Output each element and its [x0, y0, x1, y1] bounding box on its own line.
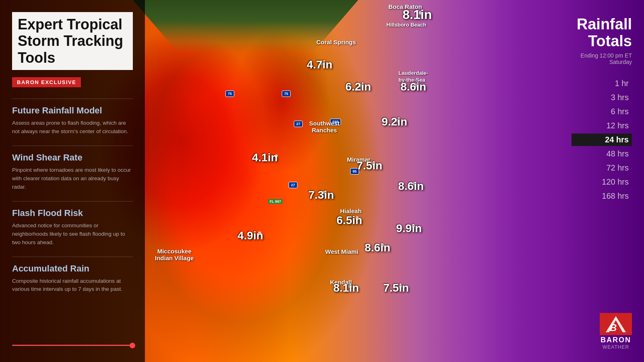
fl-997-marker: FL 997 — [268, 199, 283, 204]
feature-title-future-rainfall: Future Rainfall Model — [12, 105, 133, 116]
rain-label-r3: 6.2in — [345, 80, 371, 93]
feature-future-rainfall: Future Rainfall Model Assess areas prone… — [12, 99, 133, 136]
time-option-120hr[interactable]: 120 hrs — [572, 176, 632, 188]
time-option-168hr[interactable]: 168 hrs — [572, 190, 632, 202]
rainfall-subtitle: Ending 12:00 pm ET Saturday — [572, 52, 632, 65]
rain-label-r6: 4.1in — [252, 151, 278, 164]
feature-accumulated-rain: Accumulated Rain Composite historical ra… — [12, 257, 133, 294]
time-option-72hr[interactable]: 72 hrs — [572, 162, 632, 174]
feature-title-wind-shear: Wind Shear Rate — [12, 152, 133, 163]
feature-wind-shear: Wind Shear Rate Pinpoint where tornadoes… — [12, 146, 133, 191]
feature-flash-flood: Flash Flood Risk Advanced notice for com… — [12, 201, 133, 247]
feature-title-flash-flood: Flash Flood Risk — [12, 208, 133, 218]
left-panel: Expert Tropical Storm Tracking Tools BAR… — [0, 0, 145, 362]
feature-desc-accumulated-rain: Composite historical rainfall accumulati… — [12, 277, 133, 294]
rain-label-r11: 9.9in — [396, 222, 422, 235]
slider-track[interactable] — [12, 345, 133, 346]
time-option-6hr[interactable]: 6 hrs — [572, 105, 632, 118]
rain-label-r10: 6.5in — [336, 214, 362, 227]
rain-label-r14: 8.1in — [333, 282, 359, 294]
rain-label-r5: 9.2in — [382, 115, 407, 128]
right-panel: Rainfall Totals Ending 12:00 pm ET Satur… — [564, 0, 644, 362]
feature-desc-future-rainfall: Assess areas prone to flash flooding, wh… — [12, 119, 133, 136]
rainfall-title: Rainfall Totals — [572, 16, 632, 50]
baron-weather: WEATHER — [603, 344, 629, 350]
west-miami-label: West Miami — [325, 248, 358, 255]
miccosukee-label: MiccosukeeIndian Village — [155, 248, 194, 261]
feature-title-accumulated-rain: Accumulated Rain — [12, 263, 133, 274]
baron-badge: BARON EXCLUSIVE — [12, 77, 81, 87]
highway-75b-marker: 75 — [282, 90, 291, 97]
rain-label-r15: 7.5in — [383, 282, 409, 294]
baron-logo: B BARON WEATHER — [600, 313, 632, 350]
highway-27-marker: 27 — [289, 182, 297, 188]
coral-springs-label: Coral Springs — [316, 39, 356, 45]
baron-logo-bg: B — [600, 313, 632, 335]
time-options: 1 hr 3 hrs 6 hrs 12 hrs 24 hrs 48 hrs 72… — [572, 77, 632, 202]
rain-label-r8: 8.6in — [398, 180, 424, 193]
hialeah-label: Hialeah — [340, 208, 361, 214]
hillsboro-beach-label: Hillsboro Beach — [386, 22, 426, 28]
southwest-ranches-label: SouthwestRanches — [309, 120, 340, 134]
baron-logo-icon: B — [602, 314, 630, 334]
slider-handle[interactable] — [130, 343, 135, 348]
main-title: Expert Tropical Storm Tracking Tools — [12, 12, 133, 70]
feature-desc-wind-shear: Pinpoint where tornadoes are most likely… — [12, 166, 133, 191]
rain-label-r1: 8.1in — [402, 7, 432, 22]
time-option-1hr[interactable]: 1 hr — [572, 77, 632, 90]
rain-label-r2: 4.7in — [307, 58, 332, 71]
rain-label-r7: 7.5in — [357, 159, 382, 172]
rain-label-r4: 8.6in — [400, 80, 426, 93]
time-option-3hr[interactable]: 3 hrs — [572, 91, 632, 104]
svg-text:B: B — [610, 322, 617, 333]
rain-label-r12: 4.9in — [237, 229, 263, 242]
baron-name: BARON — [601, 336, 631, 344]
time-option-24hr[interactable]: 24 hrs — [572, 134, 632, 146]
time-option-48hr[interactable]: 48 hrs — [572, 148, 632, 160]
rain-label-r13: 8.6in — [365, 241, 390, 254]
time-option-12hr[interactable]: 12 hrs — [572, 119, 632, 132]
feature-desc-flash-flood: Advanced notice for communities or neigh… — [12, 222, 133, 247]
slider-container[interactable] — [12, 345, 133, 346]
highway-27b-marker: 27 — [294, 121, 303, 127]
header-area: Expert Tropical Storm Tracking Tools BAR… — [12, 12, 133, 99]
highway-75-marker: 75 — [225, 90, 234, 97]
rain-label-r9: 7.3in — [308, 189, 334, 202]
